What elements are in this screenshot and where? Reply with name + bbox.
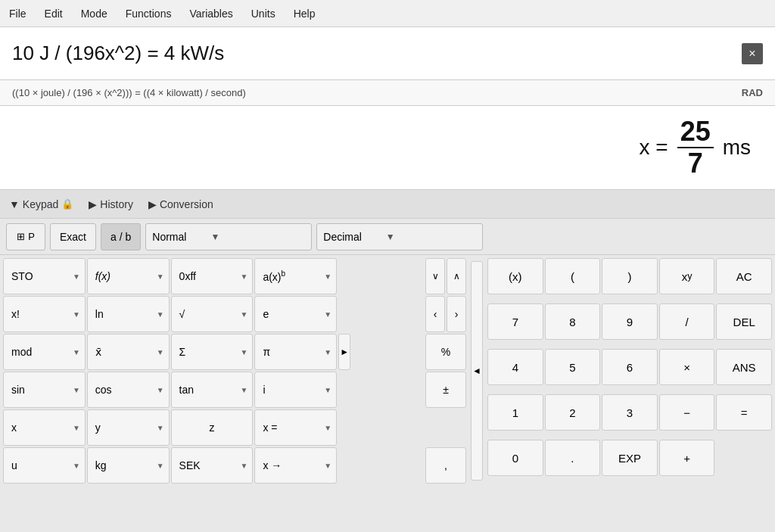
key-ac[interactable]: AC [716,258,772,294]
menu-variables[interactable]: Variables [186,6,235,21]
history-toggle[interactable]: ▶ History [89,198,133,210]
menu-functions[interactable]: Functions [123,6,175,21]
key-y[interactable]: y▼ [87,409,170,446]
key-2[interactable]: 2 [545,394,601,431]
keypad-main: STO▼ f(x)▼ 0xff▼ a(x)b▼ x!▼ ln▼ √▼ e▼ mo… [0,255,775,487]
result-fraction: 25 7 [677,118,714,177]
key-multiply[interactable]: × [659,349,715,385]
result-unit: ms [723,135,751,160]
key-kg[interactable]: kg▼ [87,447,170,484]
lock-icon: 🔒 [61,198,73,210]
key-4[interactable]: 4 [487,349,543,385]
key-0[interactable]: 0 [487,440,543,476]
key-empty-r2c5 [338,296,421,332]
key-1[interactable]: 1 [487,394,543,431]
key-e[interactable]: e▼ [254,296,337,332]
key-sto[interactable]: STO▼ [3,258,86,294]
key-divide[interactable]: / [659,303,715,340]
key-7[interactable]: 7 [487,303,543,340]
key-nav-up[interactable]: ∧ [447,258,466,294]
key-xarrow[interactable]: x →▼ [254,447,337,484]
key-z[interactable]: z [171,409,254,446]
key-sin[interactable]: sin▼ [3,372,86,408]
menu-help[interactable]: Help [291,6,319,21]
decimal-label: Decimal [323,231,362,243]
key-ans[interactable]: ANS [716,349,772,385]
key-close-paren[interactable]: ) [602,258,658,294]
key-nav-left[interactable]: ‹ [425,296,445,332]
key-parens-x[interactable]: (x) [487,258,543,294]
key-dot[interactable]: . [545,440,601,476]
decimal-dropdown[interactable]: Decimal ▼ [316,223,483,250]
key-6[interactable]: 6 [602,349,658,385]
keys-middle: ∨ ∧ ‹ › % ± , [424,255,469,487]
result-denominator: 7 [685,148,706,177]
normal-dropdown[interactable]: Normal ▼ [145,223,312,250]
menu-edit[interactable]: Edit [42,6,66,21]
key-x[interactable]: x▼ [3,409,86,446]
key-sqrt[interactable]: √▼ [171,296,254,332]
key-plusminus[interactable]: ± [425,372,466,408]
key-del[interactable]: DEL [716,303,772,340]
key-equals[interactable]: = [716,394,772,431]
key-plus[interactable]: + [659,440,715,476]
mode-bar: ⊞ P Exact a / b Normal ▼ Decimal ▼ [0,219,775,255]
key-3[interactable]: 3 [602,394,658,431]
key-open-paren[interactable]: ( [545,258,601,294]
secondary-expression-bar: ((10 × joule) / (196 × (x^2))) = ((4 × k… [0,80,775,106]
result-area: x = 25 7 ms [0,106,775,190]
angle-mode-label: RAD [742,87,763,98]
p-label: P [28,231,35,242]
key-xy[interactable]: xy [659,258,715,294]
key-9[interactable]: 9 [602,303,658,340]
key-nav-right[interactable]: › [447,296,466,332]
key-comma[interactable]: , [425,447,466,484]
key-u[interactable]: u▼ [3,447,86,484]
key-minus[interactable]: − [659,394,715,431]
result-prefix: x = [639,135,668,160]
keypad-arrow: ▼ [9,198,20,210]
expand-panel: ◄ [469,255,484,487]
key-cos[interactable]: cos▼ [87,372,170,408]
key-xfact[interactable]: x!▼ [3,296,86,332]
key-sek[interactable]: SEK▼ [171,447,254,484]
conversion-label: Conversion [160,198,213,210]
menu-units[interactable]: Units [248,6,279,21]
keypad-header: ▼ Keypad 🔒 ▶ History ▶ Conversion [0,190,775,219]
key-nav-down[interactable]: ∨ [425,258,445,294]
key-percent[interactable]: % [425,334,466,370]
key-empty-r1c5 [338,258,421,294]
normal-label: Normal [152,231,186,243]
key-xeq[interactable]: x =▼ [254,409,337,446]
key-i[interactable]: i▼ [254,372,337,408]
key-empty-r6c5 [338,447,421,484]
clear-button[interactable]: × [742,43,763,64]
ab-button[interactable]: a / b [101,223,141,250]
p-button[interactable]: ⊞ P [6,223,45,250]
key-0xff[interactable]: 0xff▼ [171,258,254,294]
keys-left: STO▼ f(x)▼ 0xff▼ a(x)b▼ x!▼ ln▼ √▼ e▼ mo… [0,255,424,487]
key-fx[interactable]: f(x)▼ [87,258,170,294]
normal-dropdown-arrow: ▼ [210,232,219,242]
secondary-expression: ((10 × joule) / (196 × (x^2))) = ((4 × k… [12,87,246,98]
key-tan[interactable]: tan▼ [171,372,254,408]
menu-mode[interactable]: Mode [78,6,110,21]
conversion-toggle[interactable]: ▶ Conversion [148,198,213,210]
exact-button[interactable]: Exact [50,223,96,250]
menubar: File Edit Mode Functions Variables Units… [0,0,775,27]
key-expand-right[interactable]: ► [338,334,350,370]
key-mod[interactable]: mod▼ [3,334,86,370]
menu-file[interactable]: File [6,6,30,21]
key-exp[interactable]: EXP [602,440,658,476]
key-sigma[interactable]: Σ▼ [171,334,254,370]
key-5[interactable]: 5 [545,349,601,385]
key-xbar[interactable]: x̄▼ [87,334,170,370]
key-8[interactable]: 8 [545,303,601,340]
input-expression[interactable]: 10 J / (196x^2) = 4 kW/s [12,42,742,65]
key-axb[interactable]: a(x)b▼ [254,258,337,294]
result-expression: x = 25 7 ms [639,118,751,177]
key-pi[interactable]: π▼ [254,334,337,370]
key-ln[interactable]: ln▼ [87,296,170,332]
keypad-toggle[interactable]: ▼ Keypad 🔒 [9,198,73,210]
key-collapse-left[interactable]: ◄ [471,261,483,481]
